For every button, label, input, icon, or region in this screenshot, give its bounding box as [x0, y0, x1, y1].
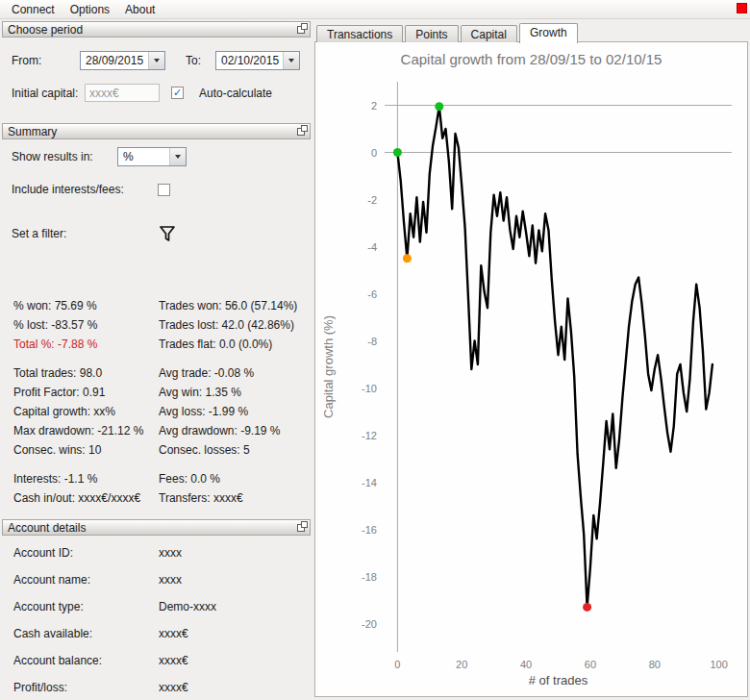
summary-title: Summary	[8, 125, 57, 138]
show-results-label: Show results in:	[12, 150, 117, 163]
chart-marker-start	[393, 148, 402, 157]
account-row: Cash available:xxxx€	[2, 620, 311, 647]
growth-tab-panel: Capital growth from 28/09/15 to 02/10/15…	[314, 41, 748, 697]
auto-calculate-checkbox[interactable]: ✓	[171, 87, 184, 99]
stat-right-value: Trades flat: 0.0 (0.0%)	[159, 338, 307, 351]
stat-left-value: Total trades: 98.0	[13, 366, 159, 380]
y-tick-label: -2	[367, 194, 377, 206]
chart-title: Capital growth from 28/09/15 to 02/10/15	[315, 51, 747, 72]
account-row: Account name:xxxx	[2, 566, 311, 593]
choose-period-header[interactable]: Choose period	[2, 21, 311, 38]
menu-options[interactable]: Options	[62, 1, 117, 18]
menu-about[interactable]: About	[117, 1, 162, 18]
chart-marker-minimum	[583, 603, 591, 612]
choose-period-content: From: 28/09/2015 To: 02/10/2015 Initial …	[2, 38, 311, 123]
y-axis-label: Capital growth (%)	[321, 315, 336, 418]
to-label: To:	[186, 54, 215, 67]
stat-right-value: Avg drawdown: -9.19 %	[159, 424, 307, 438]
stat-row: Total trades: 98.0Avg trade: -0.08 %	[13, 363, 307, 383]
stat-right-value: Trades won: 56.0 (57.14%)	[159, 299, 307, 312]
y-tick-label: 2	[371, 100, 377, 112]
chevron-down-icon	[148, 52, 164, 69]
account-row-label: Account balance:	[13, 654, 159, 667]
x-tick-label: 0	[394, 659, 400, 670]
stat-row: Cash in/out: xxxx€/xxxx€Transfers: xxxx€	[13, 488, 307, 508]
stat-row: Max drawdown: -21.12 %Avg drawdown: -9.1…	[13, 421, 307, 440]
account-row-value: xxxx€	[159, 627, 188, 640]
account-row: Account ID:xxxx	[2, 539, 311, 566]
x-tick-label: 80	[649, 659, 661, 670]
stat-right-value: Transfers: xxxx€	[159, 491, 307, 505]
x-tick-label: 40	[520, 659, 532, 670]
account-details-header[interactable]: Account details	[2, 519, 311, 536]
stat-right-value: Fees: 0.0 %	[159, 472, 307, 486]
y-tick-label: 0	[371, 147, 377, 159]
from-date-select[interactable]: 28/09/2015	[80, 51, 165, 70]
stat-right-value: Avg loss: -1.99 %	[159, 405, 307, 418]
tab-bar: TransactionsPointsCapitalGrowth	[314, 23, 748, 42]
stat-row: % lost: -83.57 %Trades lost: 42.0 (42.86…	[13, 315, 307, 335]
x-axis-label: # of trades	[529, 673, 588, 688]
account-row-value: Demo-xxxx	[159, 600, 216, 613]
stat-left-value: Profit Factor: 0.91	[13, 386, 159, 399]
stat-row: Interests: -1.1 %Fees: 0.0 %	[13, 469, 307, 488]
stat-left-value: % lost: -83.57 %	[13, 318, 159, 332]
tab-growth[interactable]: Growth	[519, 23, 578, 43]
account-row-label: Account name:	[13, 573, 159, 587]
tab-transactions[interactable]: Transactions	[316, 25, 403, 42]
y-tick-label: -20	[362, 618, 377, 630]
to-date-select[interactable]: 02/10/2015	[215, 51, 300, 70]
show-results-value: %	[118, 150, 169, 163]
filter-icon[interactable]	[158, 224, 177, 243]
show-results-select[interactable]: %	[117, 147, 187, 166]
chart-marker-maximum	[435, 102, 443, 111]
account-row-label: Cash available:	[13, 627, 159, 640]
undock-icon[interactable]	[297, 524, 305, 532]
menu-connect[interactable]: Connect	[4, 1, 62, 18]
account-row-label: Account type:	[13, 600, 159, 613]
y-tick-label: -18	[362, 571, 377, 583]
undock-icon[interactable]	[297, 26, 305, 34]
account-row-value: xxxx€	[159, 654, 188, 667]
summary-header[interactable]: Summary	[2, 123, 311, 139]
include-interests-checkbox[interactable]	[158, 184, 170, 196]
account-row: Account type:Demo-xxxx	[2, 593, 311, 620]
account-row: Profit/loss:xxxx€	[2, 674, 311, 700]
y-tick-label: -12	[362, 430, 377, 441]
stat-left-value: Cash in/out: xxxx€/xxxx€	[13, 491, 159, 505]
undock-icon[interactable]	[297, 128, 305, 136]
summary-stats: % won: 75.69 %Trades won: 56.0 (57.14%)%…	[13, 296, 307, 508]
y-tick-label: -14	[362, 477, 377, 488]
stat-left-value: Max drawdown: -21.12 %	[13, 424, 159, 438]
initial-capital-label: Initial capital:	[12, 87, 85, 100]
y-tick-label: -16	[362, 524, 377, 536]
tab-points[interactable]: Points	[405, 25, 458, 42]
connection-status-indicator	[737, 3, 747, 13]
set-filter-label: Set a filter:	[12, 227, 158, 240]
stat-right-value: Trades lost: 42.0 (42.86%)	[159, 318, 307, 332]
x-tick-label: 100	[710, 659, 727, 670]
account-details-content: Account ID:xxxxAccount name:xxxxAccount …	[2, 536, 311, 700]
stat-left-value: Total %: -7.88 %	[13, 338, 159, 351]
stats-gap	[13, 460, 307, 469]
y-tick-label: -10	[362, 383, 377, 394]
account-row-value: xxxx	[159, 546, 182, 560]
tab-capital[interactable]: Capital	[461, 25, 517, 42]
stat-left-value: Capital growth: xx%	[13, 405, 159, 418]
right-panel: TransactionsPointsCapitalGrowth Capital …	[314, 23, 748, 697]
growth-line	[397, 107, 712, 608]
account-row-label: Account ID:	[13, 546, 159, 560]
summary-content: Show results in: % Include interests/fee…	[2, 139, 311, 519]
from-label: From:	[12, 54, 80, 67]
growth-chart: 20-2-4-6-8-10-12-14-16-18-20020406080100…	[315, 72, 747, 692]
account-row-label: Profit/loss:	[13, 681, 159, 694]
x-tick-label: 20	[456, 659, 467, 670]
y-tick-label: -8	[367, 336, 377, 347]
chevron-down-icon	[169, 148, 186, 165]
account-row-value: xxxx	[159, 573, 182, 587]
stat-right-value: Avg win: 1.35 %	[159, 386, 307, 399]
stat-right-value: Avg trade: -0.08 %	[159, 366, 307, 380]
from-date-value: 28/09/2015	[81, 54, 148, 67]
initial-capital-input[interactable]	[85, 84, 160, 102]
to-date-value: 02/10/2015	[216, 54, 283, 67]
